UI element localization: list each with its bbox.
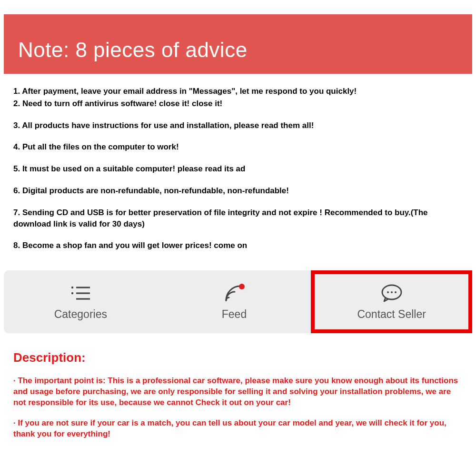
chat-icon <box>380 283 404 303</box>
svg-point-2 <box>71 292 73 294</box>
advice-list: 1. After payment, leave your email addre… <box>0 74 476 270</box>
svg-point-5 <box>239 284 245 289</box>
svg-point-0 <box>71 286 73 288</box>
feed-icon <box>222 283 246 303</box>
svg-point-7 <box>387 291 389 293</box>
svg-point-9 <box>395 291 397 293</box>
nav-categories[interactable]: Categories <box>4 270 158 333</box>
banner: Note: 8 pieces of advice <box>4 14 472 74</box>
nav-label: Categories <box>54 308 107 321</box>
nav-label: Feed <box>222 308 247 321</box>
advice-item: 2. Need to turn off antivirus software! … <box>13 98 463 109</box>
advice-item: 1. After payment, leave your email addre… <box>13 86 463 97</box>
advice-item: 6. Digital products are non-refundable, … <box>13 185 463 197</box>
description-text: · If you are not sure if your car is a m… <box>13 418 463 440</box>
description-section: Description: · The important point is: T… <box>0 333 476 440</box>
advice-item: 8. Become a shop fan and you will get lo… <box>13 240 463 251</box>
nav-bar: Categories Feed Contact Seller <box>4 270 472 333</box>
nav-label: Contact Seller <box>357 308 426 321</box>
nav-feed[interactable]: Feed <box>158 270 311 333</box>
description-text: · The important point is: This is a prof… <box>13 376 463 408</box>
advice-item: 3. All products have instructions for us… <box>13 120 463 131</box>
advice-item: 5. It must be used on a suitable compute… <box>13 163 463 175</box>
list-icon <box>70 283 91 303</box>
advice-item: 7. Sending CD and USB is for better pres… <box>13 207 463 230</box>
banner-title: Note: 8 pieces of advice <box>18 38 458 62</box>
description-title: Description: <box>13 350 463 365</box>
svg-point-8 <box>391 291 393 293</box>
advice-item: 4. Put all the files on the computer to … <box>13 141 463 153</box>
nav-contact-seller[interactable]: Contact Seller <box>311 270 472 333</box>
